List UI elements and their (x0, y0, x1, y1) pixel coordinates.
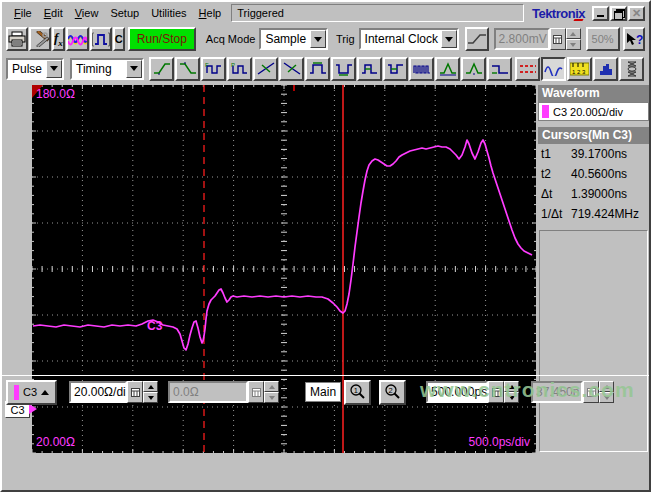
peak-button[interactable] (435, 57, 460, 81)
channel-up-icon (41, 390, 49, 395)
rise-time-button[interactable] (149, 57, 174, 81)
waveform-display-button[interactable] (541, 57, 566, 81)
positive-duty-button[interactable] (357, 57, 382, 81)
waveform-button[interactable] (66, 27, 89, 51)
negative-width-button[interactable] (331, 57, 356, 81)
svg-text:1 2 3: 1 2 3 (572, 69, 586, 75)
cursors-button[interactable] (515, 57, 540, 81)
acq-mode-select[interactable]: Sample (259, 28, 328, 50)
menu-edit[interactable]: Edit (38, 5, 69, 21)
burst-width-icon (412, 61, 432, 77)
rising-slope-icon (467, 32, 487, 46)
measurement-readout-icon: 1 2 3 (570, 62, 589, 76)
cursors-header: Cursors(Mn C3) (538, 127, 649, 144)
falling-crossing-icon (282, 61, 302, 77)
offset-level-button[interactable] (487, 57, 512, 81)
peak-icon (438, 61, 458, 77)
frequency-button[interactable]: F (201, 57, 226, 81)
c-button[interactable]: C (113, 27, 125, 51)
period-button[interactable]: P (227, 57, 252, 81)
context-help-button[interactable]: ? (623, 27, 645, 51)
readout-dt: Δt1.39000ns (538, 184, 649, 204)
svg-text:F: F (205, 62, 209, 68)
rising-crossing-icon (256, 61, 276, 77)
vertical-offset-spinner (264, 381, 279, 403)
keypad-button[interactable] (127, 381, 143, 403)
mask-test-button[interactable] (619, 57, 644, 81)
zoom2-button[interactable]: 2 (379, 380, 406, 405)
negative-duty-button[interactable] (383, 57, 408, 81)
chevron-down-icon[interactable] (310, 30, 326, 48)
keypad-icon (553, 35, 562, 44)
spin-up-icon[interactable] (143, 381, 158, 392)
keypad-button (550, 28, 566, 50)
positive-duty-icon (360, 61, 380, 77)
timebase-mode-field[interactable]: Main (305, 382, 341, 402)
keypad-icon (252, 388, 261, 397)
time-position-spinner (599, 381, 614, 403)
time-scale-spinner[interactable] (504, 381, 519, 403)
menu-view[interactable]: View (69, 5, 105, 21)
measurement-readout-button[interactable]: 1 2 3 (567, 57, 592, 81)
histogram-button[interactable] (593, 57, 618, 81)
measurement-toolbar: Pulse Timing FP (2, 54, 649, 83)
svg-text:2: 2 (389, 385, 393, 394)
chevron-down-icon[interactable] (46, 60, 62, 78)
pulse-define-button[interactable] (90, 27, 112, 51)
channel-select-button[interactable]: C3 (6, 380, 57, 405)
pulse-icon (92, 32, 110, 47)
menu-utilities[interactable]: Utilities (145, 5, 192, 21)
waveforms-icon (68, 32, 87, 47)
chevron-down-icon[interactable] (441, 30, 457, 48)
menu-setup[interactable]: Setup (104, 5, 145, 21)
waveform-header: Waveform (538, 85, 649, 102)
vertical-scale-field[interactable]: 20.00Ω/di (69, 381, 127, 403)
spin-up-icon[interactable] (504, 381, 519, 392)
zoom1-button[interactable]: 1 (344, 380, 371, 405)
minimize-button[interactable] (592, 6, 609, 21)
readout-t2: t240.5600ns (538, 164, 649, 184)
falling-crossing-button[interactable] (279, 57, 304, 81)
spin-up-icon (599, 381, 614, 392)
restore-icon (614, 9, 623, 17)
menu-help[interactable]: Help (193, 5, 228, 21)
menu-file[interactable]: File (8, 5, 38, 21)
fx-icon: fx (54, 30, 63, 48)
burst-width-button[interactable] (409, 57, 434, 81)
measure-category-select[interactable]: Pulse (6, 58, 64, 80)
spin-up-icon (566, 28, 581, 39)
trigger-slope-button[interactable] (465, 27, 489, 51)
keypad-icon (131, 388, 140, 397)
setup-tools-button[interactable] (29, 27, 51, 51)
trig-source-select[interactable]: Internal Clock (359, 28, 459, 50)
channel-color-stripe (14, 385, 19, 400)
mask-icon (625, 61, 639, 77)
keypad-button[interactable] (488, 381, 504, 403)
keypad-icon (587, 388, 596, 397)
positive-width-button[interactable] (305, 57, 330, 81)
offset-level-icon (490, 61, 510, 77)
positive-width-icon (308, 61, 328, 77)
readout-inv-dt: 1/Δt719.424MHz (538, 204, 649, 224)
vertical-scale-spinner[interactable] (143, 381, 158, 403)
svg-text:?: ? (636, 33, 643, 47)
peak-area-button[interactable] (461, 57, 486, 81)
measure-type-select[interactable]: Timing (70, 58, 144, 80)
acq-mode-label: Acq Mode (206, 33, 256, 45)
svg-text:P: P (231, 62, 235, 68)
run-stop-button[interactable]: Run/Stop (128, 27, 196, 51)
chevron-down-icon[interactable] (126, 60, 142, 78)
printer-icon (8, 31, 26, 47)
timebase-scale-label: 500.0ps/div (469, 435, 530, 449)
waveform-list-item[interactable]: C3 20.00Ω/div (538, 102, 649, 121)
restore-button[interactable] (610, 6, 627, 21)
waveform-display-icon (544, 62, 563, 76)
print-button[interactable] (6, 27, 28, 51)
math-button[interactable]: fx (52, 27, 65, 51)
spin-down-icon[interactable] (143, 392, 158, 403)
keypad-button (583, 381, 599, 403)
rising-crossing-button[interactable] (253, 57, 278, 81)
spin-down-icon[interactable] (504, 392, 519, 403)
time-scale-field[interactable]: 500.000ps (426, 381, 488, 403)
fall-time-button[interactable] (175, 57, 200, 81)
